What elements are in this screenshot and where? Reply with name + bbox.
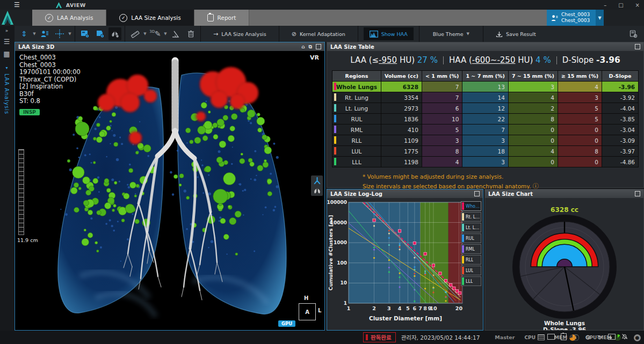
laa-size-3d-title-bar: LAA Size 3D ⌂ ⧉ — [15, 42, 324, 51]
expand-sidebar-icon[interactable]: » — [5, 28, 9, 33]
table-column-header[interactable]: 7 ~ 15 mm (%) — [508, 71, 558, 82]
crosshair-chevron-icon[interactable]: ▼ — [67, 27, 73, 40]
lungs-icon[interactable] — [313, 187, 321, 194]
value-cell: 10 — [422, 114, 462, 125]
legend-item-lll[interactable]: LLL — [461, 276, 481, 286]
series-list-icon[interactable]: ☰ — [4, 38, 10, 46]
legend-item-rul[interactable]: RUL — [461, 233, 481, 243]
table-row-lul[interactable]: LUL177581848-3.97 — [332, 146, 638, 157]
region-color-marker — [334, 83, 336, 90]
patient-info-icon[interactable] — [38, 27, 51, 40]
capture-icon[interactable] — [547, 334, 555, 341]
laa-size-table-title-bar: LAA Size Table — [327, 42, 643, 51]
user-account-icon[interactable]: ● — [634, 333, 641, 341]
svg-text:1: 1 — [347, 305, 351, 311]
table-row-rul[interactable]: RUL1836102285-3.85 — [332, 114, 638, 125]
delete-icon[interactable] — [184, 27, 197, 40]
report-settings-icon[interactable] — [627, 27, 640, 40]
angle-measure-icon[interactable] — [169, 27, 182, 40]
orientation-cube[interactable]: A — [299, 303, 316, 320]
patient-selector[interactable]: Chest_0003 Chest_0003 ▼ — [547, 10, 604, 26]
table-row-rt-lung[interactable]: Rt. Lung335471443-3.92 — [332, 92, 638, 103]
legend-item-lt-lung[interactable]: Lt. L… — [461, 223, 481, 232]
badge-label: 판독완료 — [371, 333, 392, 341]
table-column-header[interactable]: Volume (cc) — [381, 71, 422, 82]
table-column-header[interactable]: Regions — [332, 71, 381, 82]
button-label: LAA Size Analysis — [221, 31, 266, 37]
patient-selector-chevron[interactable]: ▼ — [596, 10, 604, 26]
value-cell: -3.96 — [602, 82, 639, 92]
hamburger-menu-icon[interactable]: ☰ — [14, 1, 20, 9]
legend-item-rml[interactable]: RML — [461, 244, 481, 254]
table-row-lll[interactable]: LLL11984300-4.86 — [332, 157, 638, 167]
image-window-icon[interactable] — [608, 334, 616, 341]
maximize-panel-icon[interactable] — [316, 44, 321, 49]
overlay-visibility-icon[interactable] — [93, 27, 106, 40]
legend-label: Who… — [466, 204, 480, 209]
tab-laa-size-analysis[interactable]: ✓ LAA Size Analysis — [106, 10, 194, 26]
value-cell: 0 — [558, 157, 602, 167]
legend-item-rt-lung[interactable]: Rt. L… — [461, 212, 481, 222]
value-cell: 1198 — [381, 157, 422, 167]
gear-icon[interactable]: ⚙ — [585, 334, 591, 341]
table-column-header[interactable]: D-Slope — [602, 71, 639, 82]
window-level-chevron-icon[interactable]: ▼ — [32, 27, 37, 40]
legend-item-lul[interactable]: LUL — [461, 266, 481, 275]
crosshair-icon[interactable] — [53, 27, 66, 40]
value-cell: 2973 — [381, 103, 422, 114]
reset-camera-icon[interactable]: ⌂ — [301, 44, 305, 49]
volume-render-view[interactable]: Chest_0003Chest_000319700101 00:00:00Tho… — [15, 51, 324, 330]
legend-item-rll[interactable]: RLL — [461, 255, 481, 265]
svg-text:2: 2 — [372, 305, 376, 311]
close-button[interactable]: × — [635, 2, 640, 8]
region-cell: Rt. Lung — [332, 92, 381, 103]
tab-laa-analysis[interactable]: ✓ LAA Analysis — [32, 10, 106, 26]
table-row-lt-lung[interactable]: Lt. Lung297361225-4.04 — [332, 103, 638, 114]
value-cell: -3.09 — [602, 135, 639, 146]
maximize-button[interactable]: □ — [618, 2, 623, 8]
window-level-icon[interactable]: ⇕ — [18, 27, 31, 40]
table-column-header[interactable]: ≥ 15 mm (%) — [558, 71, 602, 82]
kernel-adaptation-button[interactable]: ⊘ Kernel Adaptation — [286, 27, 351, 40]
copy-view-icon[interactable]: ⧉ — [309, 44, 312, 50]
tab-report[interactable]: Report — [194, 10, 250, 26]
ruler-chevron-icon[interactable]: ▼ — [142, 27, 148, 40]
measure-3d-chevron-icon[interactable]: ▼ — [163, 27, 168, 40]
maximize-panel-icon[interactable] — [474, 191, 480, 196]
table-column-header[interactable]: 1 ~ 7 mm (%) — [462, 71, 508, 82]
show-haa-toggle[interactable]: Show HAA — [364, 27, 414, 40]
save-result-button[interactable]: Save Result — [490, 27, 542, 40]
table-row-rll[interactable]: RLL11093300-3.09 — [332, 135, 638, 146]
notification-muted-icon[interactable] — [621, 333, 628, 341]
maximize-panel-icon[interactable] — [635, 191, 640, 196]
legend-item-whole-lungs[interactable]: Who… — [461, 201, 481, 211]
region-cell: Whole Lungs — [332, 82, 381, 92]
theme-dropdown[interactable]: Blue Theme ▼ — [427, 27, 475, 40]
laa-size-analysis-button[interactable]: → LAA Size Analysis — [207, 27, 272, 40]
main-toolbar: ⇕ ▼ ▼ ▼ 3D✎ — [15, 26, 644, 42]
check-circle-icon: ✓ — [45, 14, 53, 22]
minimize-button[interactable]: – — [604, 2, 606, 8]
table-row-rml[interactable]: RML4105700-3.04 — [332, 125, 638, 135]
size-gauge-chart: 6328 ccWhole LungsD-Slope -3.96 — [485, 198, 643, 330]
value-cell: 13 — [462, 82, 508, 92]
info-icon[interactable]: ⓘ — [573, 333, 579, 342]
table-column-header[interactable]: < 1 mm (%) — [422, 71, 462, 82]
layout-visibility-icon[interactable] — [78, 27, 91, 40]
value-cell: -3.85 — [602, 114, 639, 125]
measure-3d-icon[interactable]: 3D✎ — [149, 27, 162, 40]
airway-icon[interactable] — [313, 177, 321, 185]
sidebar-item-laa-analysis[interactable]: LAA Analysis — [4, 74, 10, 114]
ruler-icon[interactable] — [128, 27, 141, 40]
legend-label: RUL — [466, 236, 474, 241]
layout-grid-icon[interactable]: ▦ — [3, 50, 10, 58]
sync-icon[interactable]: ↻ — [597, 334, 602, 341]
patient-icon — [551, 14, 558, 21]
maximize-panel-icon[interactable] — [635, 44, 640, 49]
patient-info-line: Chest_0003 — [19, 54, 81, 62]
svg-text:4: 4 — [398, 305, 402, 311]
lung-mask-visibility-icon[interactable] — [108, 27, 121, 40]
collapse-arrow-icon[interactable]: ▾ — [5, 65, 8, 70]
clipboard-icon[interactable] — [561, 333, 567, 342]
table-row-whole-lungs[interactable]: Whole Lungs632871334-3.96 — [332, 82, 638, 92]
